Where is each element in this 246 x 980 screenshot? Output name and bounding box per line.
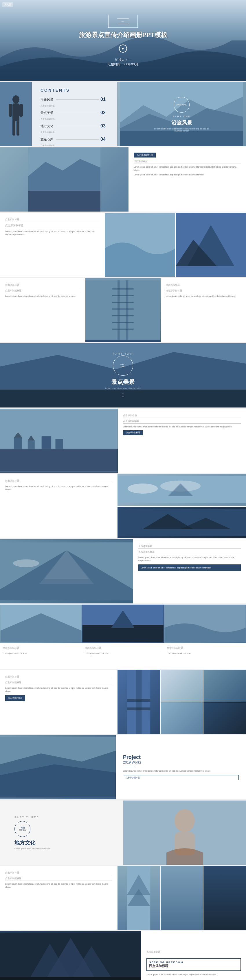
cover-box: — <box>108 15 138 28</box>
reporter: 汇报人：··· <box>108 58 138 62</box>
slide9-body: Lorem ipsum dolor sit amet consectetur a… <box>138 556 241 562</box>
contents-photo <box>0 82 32 146</box>
svg-rect-35 <box>0 449 118 472</box>
slide4-title: 点击添加标题 <box>5 218 99 222</box>
slide-5: 点击添加标题 点击添加副标题 Lorem ipsum dolor sit ame… <box>0 278 246 342</box>
slide10-p2 <box>82 605 164 643</box>
slide7-photo <box>0 409 118 473</box>
contents-col: CONTENTS 沿途风景 01 点击添加副标题 景点美景 02 点击添加副标题… <box>0 82 117 146</box>
part-one-circle-text: PART ONE <box>177 104 187 106</box>
item-label-1: 沿途风景 <box>40 97 53 102</box>
svg-rect-3 <box>9 104 12 117</box>
s10-title2: 点击添加副标题 <box>85 646 161 650</box>
part3-circle-text: PARTTHREE <box>19 827 26 831</box>
play-icon: ▶ <box>122 47 124 50</box>
slide10-col2: 点击添加副标题 Lorem ipsum dolor sit amet <box>82 605 164 669</box>
part-one-circle: PART ONE <box>174 97 190 113</box>
part3-circle: PARTTHREE <box>14 821 30 837</box>
item-desc-1: 点击添加副标题 <box>40 104 110 107</box>
slide5-body3: Lorem ipsum dolor sit amet consectetur a… <box>166 295 241 298</box>
slide8-body: Lorem ipsum dolor sit amet consectetur a… <box>5 485 112 491</box>
project-desc: Lorem ipsum dolor sit amet consectetur a… <box>123 770 239 773</box>
slide14-text: 点击添加标题 点击添加副标题 Lorem ipsum dolor sit ame… <box>0 866 118 930</box>
slide14-title: 点击添加标题 <box>5 871 112 875</box>
cloud-mountain <box>118 474 246 505</box>
item-num-2: 02 <box>101 110 108 115</box>
project-year: 2019 Works <box>123 760 239 764</box>
seeking-freedom-label: SEEKING FREEDOM <box>149 961 238 964</box>
svg-rect-29 <box>112 322 134 323</box>
slide-7: 点击添加标题 点击添加副标题 Lorem ipsum dolor sit ame… <box>0 409 246 473</box>
s14-p3 <box>203 866 246 930</box>
s10-body3: Lorem ipsum dolor sit amet <box>167 652 243 655</box>
contents-item-4: 旅途心声 04 <box>40 137 110 142</box>
part-two-title: 景点美景 <box>112 378 134 386</box>
item-label-3: 地方文化 <box>40 124 53 128</box>
slide7-text: 点击添加标题 点击添加副标题 Lorem ipsum dolor sit ame… <box>118 409 246 473</box>
slide7-body: Lorem ipsum dolor sit amet consectetur a… <box>123 425 241 429</box>
slide-4: 点击添加标题 点击添加副标题 Lorem ipsum dolor sit ame… <box>0 213 246 277</box>
dark-landscape <box>118 507 246 538</box>
slide-3: 点击添加副标题 点击添加标题 Lorem ipsum dolor sit ame… <box>0 147 246 212</box>
cover-info: 汇报人：··· 汇报时间：XX年XX月 <box>108 58 138 67</box>
slide3-body: Lorem ipsum dolor sit amet consectetur a… <box>134 165 241 172</box>
slide10-p3 <box>164 605 246 643</box>
part-one-title: 沿途风景 <box>153 119 211 126</box>
project-title: Project <box>123 754 239 760</box>
svg-rect-24 <box>112 288 134 290</box>
svg-point-53 <box>13 560 39 567</box>
contents-item-3: 地方文化 03 <box>40 123 110 129</box>
slide8-title: 点击添加标题 <box>5 479 112 483</box>
s11-p1 <box>161 670 203 702</box>
svg-rect-38 <box>42 436 51 449</box>
slide11-btn[interactable]: 点击添加副标题 <box>5 695 25 701</box>
slide5-sub1: 点击添加副标题 <box>5 289 80 293</box>
s11-p5 <box>203 702 246 734</box>
slide10-col1: 点击添加副标题 Lorem ipsum dolor sit amet <box>0 605 82 669</box>
slide15-text: 点击添加标题 SEEKING FREEDOM 西点添加标题 Lorem ipsu… <box>141 931 246 980</box>
slide8-text: 点击添加标题 Lorem ipsum dolor sit amet consec… <box>0 474 118 538</box>
slide14-body: Lorem ipsum dolor sit amet consectetur a… <box>5 883 112 889</box>
lakeside-svg <box>0 735 116 799</box>
project-divider <box>123 767 134 767</box>
slide10-t3: 点击添加副标题 Lorem ipsum dolor sit amet <box>164 643 246 669</box>
chevron1: ∨ <box>122 392 124 395</box>
s10-title1: 点击添加副标题 <box>3 646 79 650</box>
part-two-circle-text: PARTTWO <box>119 362 127 369</box>
item-label-4: 旅途心声 <box>40 137 53 142</box>
watermark: 演汽回 <box>2 2 13 7</box>
svg-rect-61 <box>136 670 142 734</box>
slide11-title: 点击添加标题 <box>5 675 112 679</box>
cover-line-text: — <box>117 20 129 22</box>
s11-p2 <box>118 670 160 734</box>
slide8-photo2 <box>118 507 246 538</box>
slide14-subtitle: 点击添加副标题 <box>5 877 112 881</box>
slide8-photos <box>118 474 246 538</box>
svg-rect-37 <box>28 441 35 449</box>
part3-content: PART THREE PARTTHREE 地方文化 Lorem ipsum do… <box>0 800 246 865</box>
slide9-photo <box>0 539 133 603</box>
svg-rect-27 <box>112 309 134 310</box>
photo-1 <box>105 213 175 277</box>
svg-rect-25 <box>112 295 134 296</box>
part-two-chevrons: ∨ ∨ <box>122 392 124 398</box>
cover-line-bottom <box>117 24 129 24</box>
s11-p3 <box>203 670 246 702</box>
svg-rect-62 <box>127 699 150 702</box>
cover-play-button[interactable]: ▶ <box>119 45 127 52</box>
svg-rect-13 <box>28 191 101 212</box>
s10-img1 <box>0 605 82 642</box>
svg-point-43 <box>128 484 158 493</box>
slide5-body1: Lorem ipsum dolor sit amet consectetur a… <box>5 295 80 298</box>
blue-tag-label: 点击添加副标题 <box>134 153 156 158</box>
slide10-t2: 点击添加副标题 Lorem ipsum dolor sit amet <box>82 643 164 669</box>
slide15-body: Lorem ipsum dolor sit amet consectetur a… <box>147 973 241 976</box>
seeking-freedom-box: SEEKING FREEDOM 西点添加标题 <box>147 958 241 971</box>
slide15-photo <box>0 931 141 980</box>
project-btn[interactable]: 点击添加副标题 <box>123 775 239 780</box>
item-label-2: 景点美景 <box>40 111 53 115</box>
slide7-btn[interactable]: 点击添加副标题 <box>123 430 143 435</box>
slide7-subtitle: 点击添加副标题 <box>123 420 241 424</box>
s11-p4 <box>161 702 203 734</box>
landscape-svg-1 <box>0 147 128 212</box>
